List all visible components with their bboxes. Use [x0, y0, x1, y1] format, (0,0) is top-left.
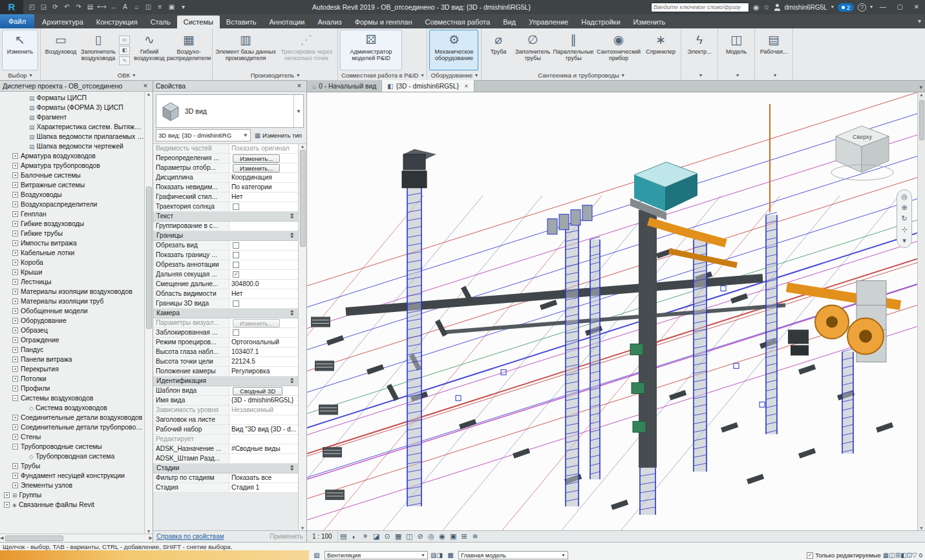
tree-expander-icon[interactable]: + [12, 182, 18, 188]
customize-qat-icon[interactable]: ▾ [178, 0, 189, 14]
temporary-hide-isolate-icon[interactable]: ◎ [426, 532, 437, 541]
property-value[interactable]: Нет [229, 192, 298, 202]
browser-item[interactable]: +Перекрытия [0, 364, 144, 374]
tree-expander-icon[interactable]: + [12, 482, 18, 488]
browser-item[interactable]: +Соединительные детали трубопроводов [0, 422, 144, 432]
design-options-icon[interactable]: ▩ [445, 552, 456, 559]
tree-expander-icon[interactable]: + [12, 337, 18, 343]
duct-button[interactable]: ▭Воздуховод [43, 30, 79, 70]
property-checkbox[interactable] [233, 242, 239, 249]
property-checkbox[interactable]: ✓ [233, 271, 239, 278]
browser-item[interactable]: +Гибкие трубы [0, 229, 144, 238]
design-option-dropdown[interactable]: Главная модель▼ [458, 551, 568, 559]
sync-with-central-icon[interactable]: ⟳ [50, 0, 61, 14]
pipe-button[interactable]: ⌀Труба [484, 30, 513, 70]
property-edit-button[interactable]: Изменить... [233, 164, 280, 172]
section-collapse-icon[interactable]: ⇕ [289, 309, 295, 318]
scroll-thumb[interactable] [5, 535, 63, 541]
tree-expander-icon[interactable]: + [4, 492, 10, 498]
zoom-icon[interactable]: ⊕ [901, 203, 907, 212]
highlight-displacement-sets-icon[interactable]: ≋ [470, 532, 481, 541]
tree-expander-icon[interactable]: + [12, 327, 18, 333]
property-checkbox[interactable] [233, 262, 239, 268]
tree-expander-icon[interactable]: + [12, 415, 18, 420]
property-value[interactable]: ✓ [229, 270, 298, 279]
panel-label[interactable]: Производитель▾ [213, 70, 337, 80]
tree-expander-icon[interactable]: − [12, 395, 18, 401]
air-terminal-button[interactable]: ▦Воздухо- распределители [167, 30, 210, 70]
visual-style-icon[interactable]: ◐ [349, 533, 360, 541]
sign-in-star-icon[interactable]: ☆ [763, 0, 770, 14]
select-pinned-icon[interactable]: ⊞ [895, 552, 900, 559]
worksharing-display-icon[interactable]: ◨ [436, 552, 442, 559]
pid-model-manager-button[interactable]: ⚄Администратор моделей P&ID [340, 30, 402, 70]
search-icon[interactable]: ◉ [753, 0, 760, 14]
tree-expander-icon[interactable]: + [12, 172, 18, 178]
browser-item[interactable]: ◇Система воздуховодов [0, 403, 144, 413]
close-view-icon[interactable]: ✕ [464, 83, 469, 89]
steering-wheel-icon[interactable]: ◎ [901, 192, 908, 201]
property-value[interactable] [229, 454, 298, 463]
browser-item[interactable]: +Крыши [0, 267, 144, 277]
browser-item[interactable]: +Фундамент несущей конструкции [0, 471, 144, 481]
panel-arrow-icon[interactable]: ▾ [297, 72, 299, 78]
scroll-up-icon[interactable]: ▲ [919, 92, 924, 97]
property-checkbox[interactable] [233, 300, 239, 307]
scroll-thumb[interactable] [300, 150, 306, 247]
browser-item[interactable]: +Гибкие воздуховоды [0, 219, 144, 229]
ribbon-tab-view[interactable]: Вид [496, 16, 522, 28]
panel-arrow-icon[interactable]: ▾ [30, 72, 32, 78]
panel-label[interactable]: ▾ [718, 70, 754, 80]
type-selector[interactable]: 3D вид ▼ [156, 94, 304, 128]
property-value[interactable]: По категории [229, 183, 298, 192]
property-value[interactable]: Показать оригинал [229, 144, 298, 153]
browser-item[interactable]: +Воздухораспределители [0, 200, 144, 209]
browser-item[interactable]: ▤Шапка ведомости прилагаемых док [0, 132, 144, 141]
tree-expander-icon[interactable]: + [12, 347, 18, 353]
select-by-face-icon[interactable]: ◧ [900, 552, 906, 559]
show-rendering-dialog-icon[interactable]: ⊙ [382, 532, 393, 541]
browser-item[interactable]: −Системы воздуховодов [0, 393, 144, 403]
panel-arrow-icon[interactable]: ▾ [622, 72, 624, 78]
browser-item[interactable]: +Арматура трубопроводов [0, 161, 144, 171]
browser-item[interactable]: ▤Характеристика систем. Вытяжные [0, 122, 144, 132]
pan-icon[interactable]: ⊹ [901, 225, 907, 234]
ribbon-tab-file[interactable]: Файл [0, 14, 34, 28]
detail-level-icon[interactable]: ▤ [338, 532, 349, 541]
browser-item[interactable]: +Материалы изоляции воздуховодов [0, 287, 144, 296]
tree-expander-icon[interactable]: + [12, 153, 18, 159]
navbar-more-icon[interactable]: ▾ [902, 236, 906, 245]
tree-expander-icon[interactable]: + [12, 211, 18, 217]
sprinkler-button[interactable]: ∗Спринклер [643, 30, 679, 70]
browser-item[interactable]: ▤Форматы (ФОРМА 3) ЦИСП [0, 103, 144, 112]
filter-icon[interactable]: ▽ [912, 552, 917, 559]
panel-label[interactable]: ОВК▾ [41, 70, 212, 80]
property-value[interactable]: Изменить... [229, 163, 298, 172]
close-icon[interactable]: ✕ [910, 0, 923, 14]
ribbon-tab-architecture[interactable]: Архитектура [36, 16, 90, 28]
browser-item[interactable]: −Трубопроводные системы [0, 442, 144, 451]
ribbon-tab-steel[interactable]: Сталь [144, 16, 177, 28]
panel-label[interactable]: Выбор▾ [0, 70, 40, 80]
help-caret-icon[interactable]: ▾ [870, 0, 873, 14]
property-value[interactable]: {3D - dmishin6RG5L} [229, 396, 298, 405]
username[interactable]: dmishin6RG5L [785, 4, 827, 11]
drag-on-selection-icon[interactable]: ⊡ [907, 552, 912, 559]
browser-item[interactable]: +Генплан [0, 209, 144, 219]
properties-header[interactable]: Свойства ✕ [153, 81, 306, 92]
section-collapse-icon[interactable]: ⇕ [289, 212, 295, 221]
view-tab-3d-view[interactable]: ◧{3D - dmishin6RG5L}✕ [382, 80, 474, 92]
duct-accessory-icon[interactable]: ◧ [119, 46, 130, 55]
tree-expander-icon[interactable]: + [12, 473, 18, 479]
ribbon-tab-collaborate[interactable]: Совместная работа [418, 16, 496, 28]
property-value[interactable]: Изменить... [229, 154, 298, 163]
browser-vertical-scrollbar[interactable]: ▲ ▼ [144, 92, 153, 534]
browser-item[interactable]: +Ограждение [0, 335, 144, 345]
scroll-thumb[interactable] [146, 187, 152, 329]
tree-expander-icon[interactable]: + [12, 289, 18, 295]
property-value[interactable] [229, 328, 298, 337]
pipe-placeholder-button[interactable]: ∅Заполнитель трубы [514, 30, 551, 70]
default-3d-view-icon[interactable]: ⌂ [131, 0, 142, 14]
tree-expander-icon[interactable]: + [12, 298, 18, 304]
restore-icon[interactable]: ▢ [893, 0, 906, 14]
